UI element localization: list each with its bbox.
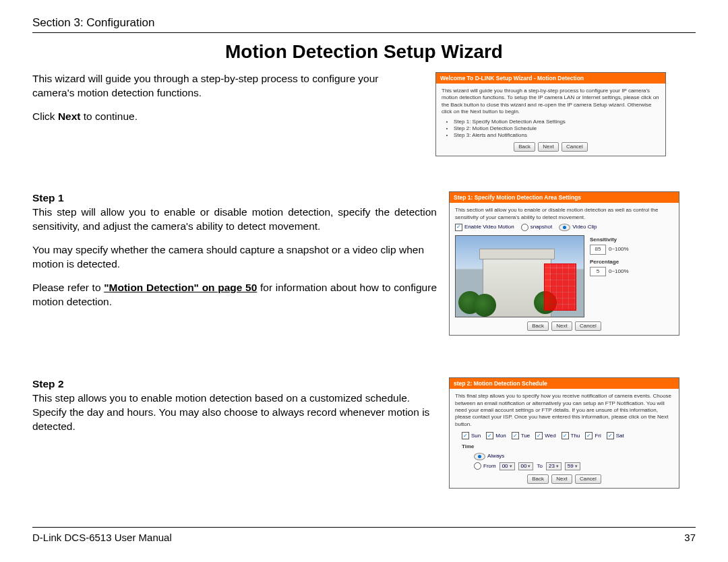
intro-click: Click <box>32 111 58 122</box>
day-sun[interactable]: ✓Sun <box>462 432 481 439</box>
page-title: Motion Detection Setup Wizard <box>32 41 696 63</box>
footer-left: D-Link DCS-6513 User Manual <box>32 532 172 543</box>
from-hour-select[interactable]: 00 <box>499 462 515 470</box>
day-sat[interactable]: ✓Sat <box>607 432 624 439</box>
cancel-button[interactable]: Cancel <box>575 321 601 331</box>
always-radio[interactable]: Always <box>474 453 504 460</box>
percentage-input[interactable]: 5 <box>590 267 606 276</box>
cancel-button[interactable]: Cancel <box>562 142 588 152</box>
step2-p1: This step allows you to enable motion de… <box>32 392 437 434</box>
sensitivity-label: Sensitivity <box>590 237 629 243</box>
motion-zone-overlay[interactable] <box>545 264 576 310</box>
step1-p3a: Please refer to <box>32 282 104 293</box>
step1-p2: You may specify whether the camera shoul… <box>32 243 437 272</box>
back-button[interactable]: Back <box>514 142 535 152</box>
section-header: Section 3: Configuration <box>32 16 696 33</box>
camera-preview[interactable] <box>455 235 584 317</box>
wizard-step1-title: Step 1: Specify Motion Detection Area Se… <box>450 192 679 203</box>
wizard-step-item: Step 3: Alerts and Notifications <box>454 132 660 139</box>
step2-label: Step 2 <box>32 377 437 392</box>
from-min-select[interactable]: 00 <box>518 462 534 470</box>
wizard-welcome-title: Welcome To D-LINK Setup Wizard - Motion … <box>436 73 665 84</box>
wizard-step2-panel: step 2: Motion Detection Schedule This f… <box>449 377 679 489</box>
enable-motion-label: Enable Video Motion <box>464 224 514 230</box>
sensitivity-input[interactable]: 85 <box>590 245 606 254</box>
next-button[interactable]: Next <box>538 142 558 152</box>
time-label: Time <box>462 443 673 450</box>
videoclip-label: Video Clip <box>572 224 597 230</box>
day-tue[interactable]: ✓Tue <box>512 432 530 439</box>
enable-motion-checkbox[interactable]: ✓Enable Video Motion <box>455 224 514 231</box>
wizard-welcome-text: This wizard will guide you through a ste… <box>442 88 660 116</box>
wizard-step-item: Step 1: Specify Motion Detection Area Se… <box>454 119 660 125</box>
motion-detection-xref[interactable]: "Motion Detection" on page 50 <box>104 282 257 293</box>
next-button[interactable]: Next <box>551 474 572 484</box>
to-label: To <box>537 463 542 470</box>
day-mon[interactable]: ✓Mon <box>486 432 506 439</box>
intro-next: Click Next to continue. <box>32 110 423 124</box>
intro-next-word: Next <box>58 111 81 122</box>
to-min-select[interactable]: 59 <box>565 462 580 470</box>
wizard-step2-title: step 2: Motion Detection Schedule <box>450 378 679 389</box>
step1-p1: This step will allow you to enable or di… <box>32 206 437 234</box>
wizard-step2-text: This final step allows you to specify ho… <box>455 393 673 428</box>
intro-paragraph: This wizard will guide you through a ste… <box>32 72 423 100</box>
wizard-welcome-panel: Welcome To D-LINK Setup Wizard - Motion … <box>435 72 666 156</box>
videoclip-radio[interactable]: Video Clip <box>559 224 597 231</box>
wizard-step1-text: This section will allow you to enable or… <box>455 207 673 221</box>
day-fri[interactable]: ✓Fri <box>585 432 601 439</box>
step1-label: Step 1 <box>32 191 437 206</box>
next-button[interactable]: Next <box>551 321 572 331</box>
back-button[interactable]: Back <box>527 474 549 484</box>
percentage-range: 0~100% <box>609 268 629 275</box>
day-thu[interactable]: ✓Thu <box>562 432 580 439</box>
snapshot-radio[interactable]: snapshot <box>521 224 552 231</box>
back-button[interactable]: Back <box>527 321 549 331</box>
intro-cont: to continue. <box>81 111 138 122</box>
percentage-label: Percentage <box>590 259 629 266</box>
cancel-button[interactable]: Cancel <box>575 474 601 484</box>
from-radio[interactable]: From <box>474 462 496 470</box>
sensitivity-range: 0~100% <box>609 246 629 253</box>
step1-p3: Please refer to "Motion Detection" on pa… <box>32 281 437 309</box>
day-wed[interactable]: ✓Wed <box>535 432 555 439</box>
wizard-step1-panel: Step 1: Specify Motion Detection Area Se… <box>449 191 679 336</box>
to-hour-select[interactable]: 23 <box>546 462 562 470</box>
wizard-step-item: Step 2: Motion Detection Schedule <box>454 125 660 132</box>
snapshot-label: snapshot <box>530 224 552 230</box>
footer-page-number: 37 <box>684 532 696 543</box>
